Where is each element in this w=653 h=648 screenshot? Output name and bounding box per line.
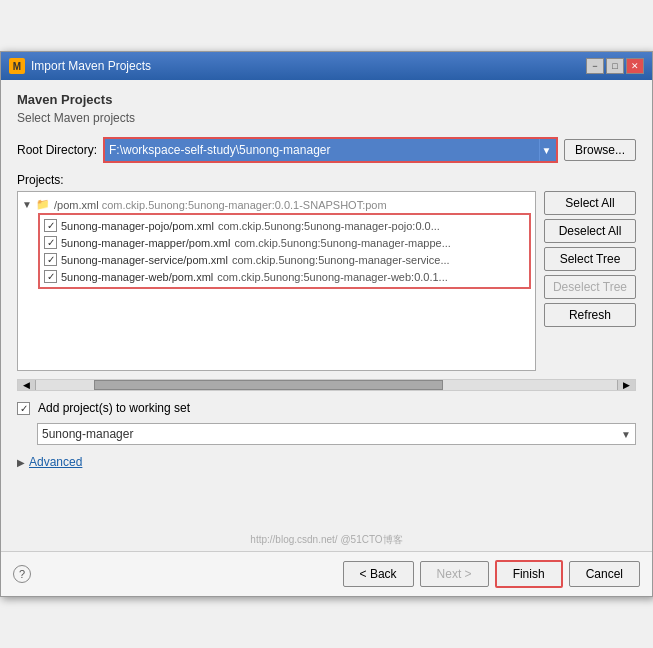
root-directory-row: Root Directory: ▼ Browse...	[17, 137, 636, 163]
deselect-all-button[interactable]: Deselect All	[544, 219, 636, 243]
select-tree-button[interactable]: Select Tree	[544, 247, 636, 271]
advanced-arrow-icon: ▶	[17, 457, 25, 468]
title-bar: M Import Maven Projects − □ ✕	[1, 52, 652, 80]
horizontal-scrollbar[interactable]: ◀ ▶	[17, 379, 636, 391]
minimize-button[interactable]: −	[586, 58, 604, 74]
cancel-button[interactable]: Cancel	[569, 561, 640, 587]
refresh-button[interactable]: Refresh	[544, 303, 636, 327]
tree-children: 5unong-manager-pojo/pom.xml com.ckip.5un…	[38, 213, 531, 289]
child-3-checkbox[interactable]	[44, 253, 57, 266]
import-maven-dialog: M Import Maven Projects − □ ✕ Maven Proj…	[0, 51, 653, 597]
back-button[interactable]: < Back	[343, 561, 414, 587]
scroll-right-btn[interactable]: ▶	[617, 380, 635, 390]
bottom-buttons: < Back Next > Finish Cancel	[343, 560, 640, 588]
tree-child-item: 5unong-manager-web/pom.xml com.ckip.5uno…	[42, 268, 527, 285]
child-1-checkbox[interactable]	[44, 219, 57, 232]
title-controls: − □ ✕	[586, 58, 644, 74]
deselect-tree-button[interactable]: Deselect Tree	[544, 275, 636, 299]
root-dir-input-wrapper: ▼	[103, 137, 558, 163]
finish-button[interactable]: Finish	[495, 560, 563, 588]
working-set-checkbox[interactable]	[17, 402, 30, 415]
child-2-artifact: com.ckip.5unong:5unong-manager-mappe...	[234, 237, 450, 249]
advanced-label[interactable]: Advanced	[29, 455, 82, 469]
watermark: http://blog.csdn.net/ @51CTO博客	[1, 531, 652, 551]
maximize-button[interactable]: □	[606, 58, 624, 74]
section-title: Maven Projects	[17, 92, 636, 107]
advanced-row[interactable]: ▶ Advanced	[17, 455, 636, 469]
close-button[interactable]: ✕	[626, 58, 644, 74]
child-1-path: 5unong-manager-pojo/pom.xml	[61, 220, 214, 232]
working-set-dropdown[interactable]: 5unong-manager ▼	[37, 423, 636, 445]
browse-button[interactable]: Browse...	[564, 139, 636, 161]
bottom-bar: ? < Back Next > Finish Cancel	[1, 551, 652, 596]
dialog-title: Import Maven Projects	[31, 59, 151, 73]
child-2-checkbox[interactable]	[44, 236, 57, 249]
child-4-artifact: com.ckip.5unong:5unong-manager-web:0.0.1…	[217, 271, 448, 283]
projects-label: Projects:	[17, 173, 636, 187]
scroll-left-btn[interactable]: ◀	[18, 380, 36, 390]
bottom-left: ?	[13, 565, 31, 583]
tree-child-item: 5unong-manager-mapper/pom.xml com.ckip.5…	[42, 234, 527, 251]
dialog-icon: M	[9, 58, 25, 74]
child-4-checkbox[interactable]	[44, 270, 57, 283]
working-set-value: 5unong-manager	[42, 427, 133, 441]
expand-icon[interactable]: ▼	[22, 199, 32, 210]
projects-tree[interactable]: ▼ 📁 /pom.xml com.ckip.5unong:5unong-mana…	[17, 191, 536, 371]
child-2-path: 5unong-manager-mapper/pom.xml	[61, 237, 230, 249]
select-all-button[interactable]: Select All	[544, 191, 636, 215]
root-dir-dropdown-arrow[interactable]: ▼	[539, 139, 556, 161]
child-4-path: 5unong-manager-web/pom.xml	[61, 271, 213, 283]
child-3-artifact: com.ckip.5unong:5unong-manager-service..…	[232, 254, 450, 266]
working-set-row: Add project(s) to working set	[17, 401, 636, 415]
section-subtitle: Select Maven projects	[17, 111, 636, 125]
tree-root-item: ▼ 📁 /pom.xml com.ckip.5unong:5unong-mana…	[22, 196, 531, 213]
projects-area: ▼ 📁 /pom.xml com.ckip.5unong:5unong-mana…	[17, 191, 636, 371]
scroll-track	[36, 380, 617, 390]
tree-child-item: 5unong-manager-service/pom.xml com.ckip.…	[42, 251, 527, 268]
tree-child-item: 5unong-manager-pojo/pom.xml com.ckip.5un…	[42, 217, 527, 234]
side-buttons: Select All Deselect All Select Tree Dese…	[544, 191, 636, 371]
child-1-artifact: com.ckip.5unong:5unong-manager-pojo:0.0.…	[218, 220, 440, 232]
dropdown-arrow-icon: ▼	[621, 429, 631, 440]
next-button[interactable]: Next >	[420, 561, 489, 587]
dialog-content: Maven Projects Select Maven projects Roo…	[1, 80, 652, 531]
title-bar-left: M Import Maven Projects	[9, 58, 151, 74]
scroll-thumb[interactable]	[94, 380, 443, 390]
root-dir-label: Root Directory:	[17, 143, 97, 157]
folder-icon: 📁	[36, 198, 50, 211]
help-button[interactable]: ?	[13, 565, 31, 583]
working-set-label: Add project(s) to working set	[38, 401, 190, 415]
root-item-path: /pom.xml com.ckip.5unong:5unong-manager:…	[54, 199, 387, 211]
root-dir-input[interactable]	[105, 141, 538, 159]
child-3-path: 5unong-manager-service/pom.xml	[61, 254, 228, 266]
